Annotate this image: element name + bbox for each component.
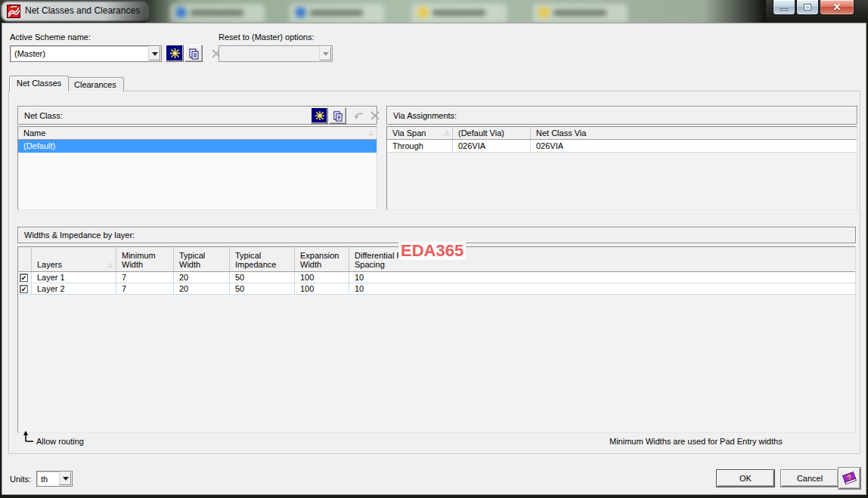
units-select[interactable]: th: [36, 471, 73, 487]
default-via-cell[interactable]: 026VIA: [453, 140, 531, 152]
close-icon: ✕: [833, 2, 842, 13]
chevron-down-icon: [323, 52, 329, 56]
min-width-cell[interactable]: 7: [116, 283, 174, 294]
layer-name-cell[interactable]: Layer 2: [32, 283, 116, 294]
net-class-name-column-header[interactable]: Name: [23, 128, 45, 138]
reset-options-dropdown-button: [319, 46, 332, 61]
via-assignments-group-header: Via Assignments:: [386, 106, 857, 125]
typ-impedance-cell[interactable]: 50: [230, 272, 295, 283]
net-class-name-cell[interactable]: (Default): [18, 140, 377, 152]
tab-net-classes[interactable]: Net Classes: [9, 76, 69, 91]
tab-clearances[interactable]: Clearances: [67, 77, 124, 91]
min-width-column-header[interactable]: Minimum Width: [122, 251, 164, 269]
undo-button-disabled: [351, 107, 367, 124]
exp-width-column-header[interactable]: Expansion Width: [300, 251, 346, 269]
net-class-row-default[interactable]: (Default): [18, 140, 377, 153]
diff-pair-cell[interactable]: 10: [349, 272, 855, 283]
typ-impedance-cell[interactable]: 50: [230, 283, 295, 294]
allow-routing-pointer-icon: [23, 430, 35, 442]
copy-net-class-button[interactable]: [329, 107, 346, 124]
minimize-icon: [780, 8, 788, 11]
undo-icon: [353, 110, 364, 122]
diff-pair-cell[interactable]: 10: [349, 283, 855, 294]
minimize-button[interactable]: [773, 0, 795, 15]
net-class-title: Net Class:: [24, 111, 63, 120]
net-class-table: Name △ (Default): [17, 126, 377, 210]
reset-options-select: [219, 45, 333, 62]
net-classes-dialog: Active Scheme name: (Master): [2, 23, 866, 495]
allow-routing-label: Allow routing: [36, 437, 84, 446]
via-assignments-table: Via Span △ (Default Via) Net Class Via T…: [386, 126, 857, 210]
widths-title: Widths & Impedance by layer:: [24, 230, 135, 240]
copy-scheme-button[interactable]: [184, 45, 203, 62]
layers-column-header[interactable]: Layers: [37, 260, 62, 269]
units-label: Units:: [10, 475, 31, 484]
new-star-icon: [169, 48, 181, 59]
maximize-icon: [804, 4, 811, 11]
allow-routing-checkbox[interactable]: [20, 274, 28, 282]
screen: Net Classes and Clearances ✕ Active Sche…: [0, 0, 868, 498]
typ-impedance-column-header[interactable]: Typical Impedance: [235, 251, 285, 269]
typ-width-cell[interactable]: 20: [174, 272, 230, 283]
help-button[interactable]: ?: [839, 468, 860, 489]
reset-options-label: Reset to (Master) options:: [219, 32, 315, 42]
via-assignments-title: Via Assignments:: [393, 111, 457, 120]
default-via-column-header[interactable]: (Default Via): [453, 127, 531, 139]
exp-width-cell[interactable]: 100: [295, 283, 349, 294]
min-width-cell[interactable]: 7: [116, 272, 174, 283]
layer-row[interactable]: Layer 1 7 20 50 100 10: [18, 272, 855, 283]
units-value: th: [41, 475, 59, 484]
copy-icon: [188, 48, 200, 60]
widths-table: Layers △ Minimum Width Typical Width Typ…: [17, 246, 856, 433]
sort-ascending-icon: △: [445, 129, 449, 137]
via-assignment-row[interactable]: Through 026VIA 026VIA: [387, 140, 857, 153]
sort-ascending-icon: △: [369, 129, 374, 137]
help-book-icon: ?: [842, 470, 858, 487]
eda365-watermark: EDA365: [398, 242, 466, 260]
enable-column-header: [18, 247, 32, 271]
net-class-group-header: Net Class:: [17, 106, 377, 125]
new-star-icon: [315, 110, 325, 121]
layer-name-cell[interactable]: Layer 1: [32, 272, 116, 283]
via-span-column-header[interactable]: Via Span: [392, 128, 426, 138]
background-window-tabs: [146, 0, 766, 23]
delete-net-class-button-disabled: [367, 107, 383, 124]
allow-routing-checkbox[interactable]: [20, 285, 28, 293]
active-scheme-value: (Master): [14, 49, 148, 58]
app-icon: [7, 5, 20, 18]
copy-icon: [332, 110, 343, 122]
sort-ascending-icon: △: [108, 261, 113, 269]
active-scheme-label: Active Scheme name:: [10, 32, 91, 42]
active-scheme-dropdown-button[interactable]: [148, 46, 161, 61]
net-class-via-column-header[interactable]: Net Class Via: [531, 127, 857, 139]
active-scheme-select[interactable]: (Master): [10, 45, 162, 62]
chevron-down-icon: [152, 52, 158, 56]
layer-row[interactable]: Layer 2 7 20 50 100 10: [18, 283, 855, 295]
window-title: Net Classes and Clearances: [25, 0, 140, 23]
maximize-button[interactable]: [796, 0, 819, 15]
delete-x-icon: [369, 110, 381, 122]
exp-width-cell[interactable]: 100: [295, 272, 349, 283]
titlebar[interactable]: Net Classes and Clearances ✕: [0, 0, 868, 23]
close-button[interactable]: ✕: [820, 0, 854, 15]
new-scheme-button[interactable]: [166, 45, 184, 62]
net-class-via-cell[interactable]: 026VIA: [531, 140, 857, 152]
typ-width-cell[interactable]: 20: [174, 283, 230, 294]
typ-width-column-header[interactable]: Typical Width: [179, 251, 217, 269]
via-span-cell[interactable]: Through: [387, 140, 453, 152]
cancel-button[interactable]: Cancel: [781, 470, 839, 487]
pad-entry-note: Minimum Widths are used for Pad Entry wi…: [609, 437, 783, 446]
units-dropdown-button[interactable]: [59, 472, 72, 486]
new-net-class-button[interactable]: [311, 107, 328, 124]
chevron-down-icon: [63, 477, 69, 481]
ok-button[interactable]: OK: [717, 470, 774, 487]
